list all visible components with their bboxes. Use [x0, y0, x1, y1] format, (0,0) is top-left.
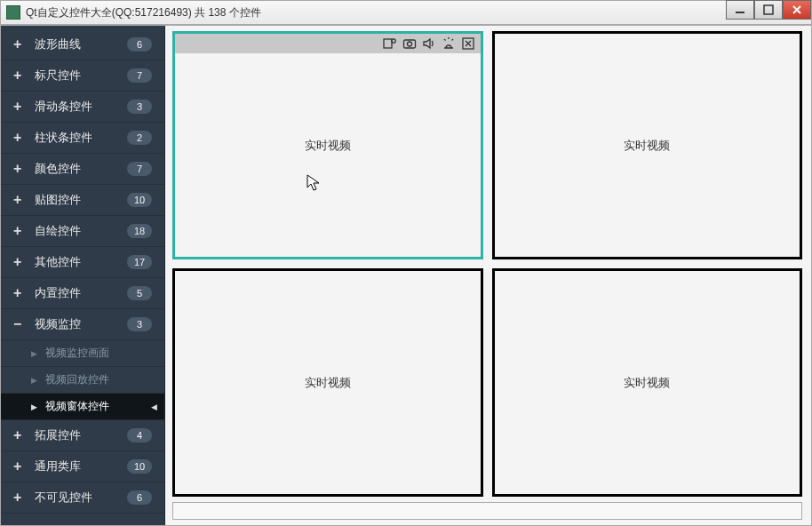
count-badge: 7 — [127, 68, 152, 83]
video-cell-label: 实时视频 — [305, 375, 351, 391]
sidebar[interactable]: +波形曲线6+标尺控件7+滑动条控件3+柱状条控件2+颜色控件7+贴图控件10+… — [1, 26, 165, 525]
sidebar-category[interactable]: +贴图控件10 — [1, 185, 164, 216]
sidebar-category-label: 内置控件 — [35, 285, 127, 301]
sidebar-category-label: 自绘控件 — [35, 223, 127, 239]
count-badge: 5 — [127, 286, 152, 300]
count-badge: 3 — [127, 100, 152, 114]
sidebar-category[interactable]: +通用类库10 — [1, 451, 164, 482]
sidebar-subitem-label: 视频回放控件 — [45, 372, 109, 387]
sidebar-category[interactable]: +波形曲线6 — [1, 29, 164, 60]
sidebar-subitem[interactable]: ▶视频回放控件 — [1, 367, 164, 394]
sidebar-subitem[interactable]: ▶视频窗体控件◀ — [1, 394, 164, 420]
svg-point-5 — [407, 42, 411, 46]
window-title: Qt自定义控件大全(QQ:517216493) 共 138 个控件 — [26, 5, 261, 20]
video-cell-2[interactable]: 实时视频 — [492, 31, 803, 259]
app-icon — [6, 5, 20, 20]
collapse-icon: − — [13, 317, 26, 331]
expand-icon: + — [13, 224, 26, 238]
svg-rect-2 — [384, 39, 392, 48]
sidebar-category-label: 其他控件 — [35, 254, 127, 270]
sidebar-category-label: 拓展控件 — [35, 427, 127, 443]
alarm-icon[interactable] — [442, 36, 456, 51]
close-icon[interactable] — [461, 36, 475, 51]
sidebar-category-label: 波形曲线 — [35, 36, 127, 52]
expand-icon: + — [13, 193, 26, 207]
main-panel: 实时视频 实时视频 实时视频 实时视频 — [165, 26, 811, 525]
sidebar-category[interactable]: +标尺控件7 — [1, 60, 164, 92]
video-cell-toolbar — [175, 34, 481, 53]
expand-icon: + — [13, 286, 26, 300]
expand-icon: + — [13, 37, 26, 52]
video-cell-3[interactable]: 实时视频 — [172, 268, 483, 497]
caret-left-icon: ◀ — [151, 402, 157, 411]
sidebar-subitem[interactable]: ▶视频监控画面 — [1, 340, 164, 367]
expand-icon: + — [13, 131, 26, 145]
sidebar-category-label: 柱状条控件 — [35, 130, 127, 146]
sidebar-category[interactable]: −视频监控3 — [1, 309, 164, 340]
video-grid: 实时视频 实时视频 实时视频 实时视频 — [172, 31, 802, 497]
record-icon[interactable] — [383, 36, 397, 51]
video-cell-label: 实时视频 — [624, 375, 670, 391]
video-cell-label: 实时视频 — [624, 138, 670, 154]
close-button[interactable] — [783, 0, 811, 20]
client-area: +波形曲线6+标尺控件7+滑动条控件3+柱状条控件2+颜色控件7+贴图控件10+… — [0, 25, 812, 526]
svg-rect-4 — [403, 40, 415, 48]
count-badge: 17 — [127, 255, 152, 269]
expand-icon: + — [13, 255, 26, 269]
count-badge: 10 — [127, 193, 152, 207]
minimize-button[interactable] — [726, 0, 754, 20]
svg-line-8 — [451, 39, 453, 41]
count-badge: 18 — [127, 224, 152, 238]
sidebar-category-label: 通用类库 — [35, 458, 127, 474]
video-cell-1[interactable]: 实时视频 — [172, 31, 483, 259]
snapshot-icon[interactable] — [402, 36, 417, 51]
triangle-icon: ▶ — [31, 376, 40, 385]
svg-rect-0 — [736, 12, 744, 13]
expand-icon: + — [13, 100, 26, 114]
sidebar-subitem-label: 视频监控画面 — [45, 346, 109, 361]
expand-icon: + — [13, 68, 26, 83]
expand-icon: + — [13, 459, 26, 474]
sidebar-category[interactable]: +不可见控件6 — [1, 482, 164, 514]
sidebar-category[interactable]: +内置控件5 — [1, 278, 164, 309]
count-badge: 10 — [127, 459, 152, 474]
window-controls — [726, 0, 811, 20]
count-badge: 7 — [127, 162, 152, 176]
count-badge: 6 — [127, 490, 152, 505]
sidebar-category-label: 视频监控 — [35, 316, 127, 332]
triangle-icon: ▶ — [31, 402, 40, 411]
count-badge: 6 — [127, 37, 152, 52]
maximize-button[interactable] — [754, 0, 783, 20]
sidebar-category-label: 标尺控件 — [35, 68, 127, 84]
sidebar-category[interactable]: +其他控件17 — [1, 247, 164, 278]
svg-rect-1 — [764, 5, 773, 14]
svg-line-7 — [444, 39, 446, 41]
video-cell-label: 实时视频 — [305, 138, 351, 154]
sidebar-category[interactable]: +颜色控件7 — [1, 154, 164, 185]
sidebar-subitem-label: 视频窗体控件 — [45, 399, 109, 414]
sidebar-category[interactable]: +柱状条控件2 — [1, 123, 164, 154]
sidebar-category-label: 不可见控件 — [35, 490, 127, 506]
expand-icon: + — [13, 428, 26, 442]
sidebar-category[interactable]: +滑动条控件3 — [1, 92, 164, 123]
sidebar-category-label: 贴图控件 — [35, 192, 127, 208]
count-badge: 4 — [127, 428, 152, 442]
expand-icon: + — [13, 490, 26, 505]
video-cell-4[interactable]: 实时视频 — [492, 268, 803, 497]
sidebar-category[interactable]: +拓展控件4 — [1, 420, 164, 451]
triangle-icon: ▶ — [31, 349, 40, 358]
status-bar — [172, 502, 802, 520]
sidebar-category[interactable]: +自绘控件18 — [1, 216, 164, 247]
window-titlebar: Qt自定义控件大全(QQ:517216493) 共 138 个控件 — [0, 0, 812, 25]
sidebar-category-label: 颜色控件 — [35, 161, 127, 177]
count-badge: 3 — [127, 317, 152, 331]
audio-icon[interactable] — [422, 36, 436, 51]
sidebar-category-label: 滑动条控件 — [35, 99, 127, 115]
count-badge: 2 — [127, 131, 152, 145]
expand-icon: + — [13, 162, 26, 176]
